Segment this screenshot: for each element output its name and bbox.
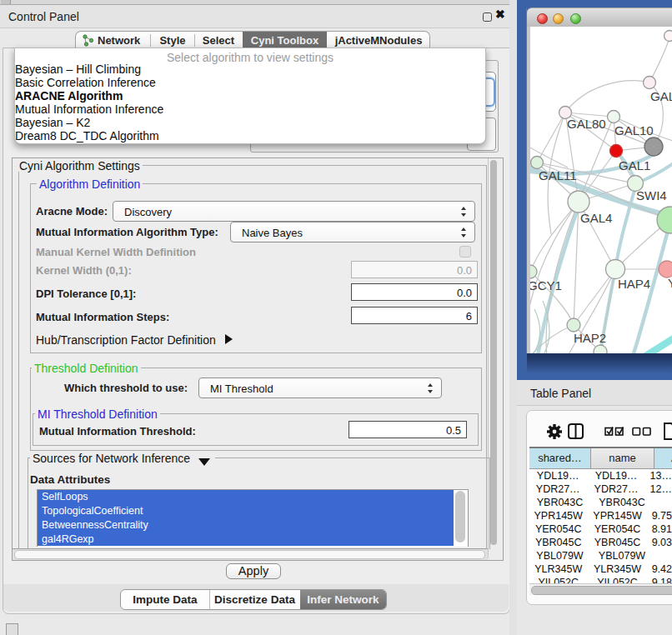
svg-text:GAL1: GAL1: [619, 158, 650, 172]
svg-text:GAL10: GAL10: [614, 123, 654, 138]
svg-text:GCY1: GCY1: [530, 278, 562, 292]
svg-text:GAL80: GAL80: [567, 117, 606, 131]
svg-text:GAL11: GAL11: [539, 168, 577, 182]
svg-text:HAP4: HAP4: [618, 277, 650, 291]
svg-text:GAL4: GAL4: [580, 211, 612, 225]
svg-text:SWI4: SWI4: [636, 188, 667, 202]
svg-text:HAP2: HAP2: [574, 331, 606, 345]
svg-text:GAL2: GAL2: [650, 89, 672, 103]
svg-text:YEL: YEL: [668, 276, 672, 290]
